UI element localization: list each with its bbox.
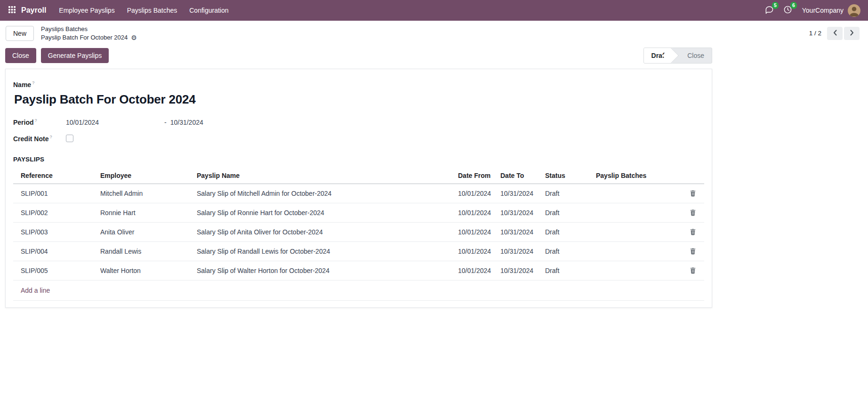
column-header-status[interactable]: Status: [540, 168, 591, 184]
cell-status[interactable]: Draft: [540, 241, 591, 261]
column-header-date-from[interactable]: Date From: [453, 168, 496, 184]
cell-employee[interactable]: Randall Lewis: [96, 241, 192, 261]
period-to-input[interactable]: 10/31/2024: [170, 119, 203, 126]
credit-note-field-row: Credit Note?: [13, 135, 704, 143]
period-separator: -: [164, 119, 167, 126]
menu-employee-payslips[interactable]: Employee Payslips: [53, 1, 121, 20]
menu-configuration[interactable]: Configuration: [183, 1, 234, 20]
activities-menu-button[interactable]: 6: [779, 2, 796, 18]
cell-status[interactable]: Draft: [540, 184, 591, 203]
table-row[interactable]: SLIP/003 Anita Oliver Salary Slip of Ani…: [13, 222, 704, 241]
delete-row-button[interactable]: [688, 266, 698, 275]
cell-date-from[interactable]: 10/01/2024: [453, 203, 496, 222]
cell-payslip-name[interactable]: Salary Slip of Randall Lewis for October…: [192, 241, 453, 261]
app-menu: Employee Payslips Payslips Batches Confi…: [53, 1, 234, 20]
control-panel: New Payslips Batches Payslip Batch For O…: [0, 21, 868, 45]
cell-reference[interactable]: SLIP/004: [13, 241, 96, 261]
add-a-line-link[interactable]: Add a line: [21, 287, 50, 294]
cell-reference[interactable]: SLIP/001: [13, 184, 96, 203]
cell-payslip-name[interactable]: Salary Slip of Walter Horton for October…: [192, 261, 453, 280]
statusbar: Draft Close: [643, 48, 712, 64]
user-menu[interactable]: YourCompany: [797, 2, 861, 19]
trash-icon: [690, 268, 696, 275]
messages-badge: 5: [772, 2, 779, 9]
cell-status[interactable]: Draft: [540, 222, 591, 241]
cell-reference[interactable]: SLIP/003: [13, 222, 96, 241]
delete-row-button[interactable]: [688, 227, 698, 236]
cell-date-to[interactable]: 10/31/2024: [496, 241, 540, 261]
chevron-right-icon: [850, 30, 854, 37]
cell-status[interactable]: Draft: [540, 261, 591, 280]
table-row[interactable]: SLIP/001 Mitchell Admin Salary Slip of M…: [13, 184, 704, 203]
activities-badge: 6: [790, 2, 797, 9]
cell-employee[interactable]: Mitchell Admin: [96, 184, 192, 203]
breadcrumb: Payslips Batches Payslip Batch For Octob…: [41, 25, 137, 41]
column-header-reference[interactable]: Reference: [13, 168, 96, 184]
cell-date-from[interactable]: 10/01/2024: [453, 184, 496, 203]
table-row[interactable]: SLIP/002 Ronnie Hart Salary Slip of Ronn…: [13, 203, 704, 222]
delete-row-button[interactable]: [688, 247, 698, 256]
cell-date-to[interactable]: 10/31/2024: [496, 203, 540, 222]
actions-gear-icon[interactable]: ⚙: [131, 34, 137, 41]
credit-note-field-label: Credit Note?: [13, 135, 66, 143]
cell-payslip-batches[interactable]: [591, 184, 682, 203]
breadcrumb-parent[interactable]: Payslips Batches: [41, 25, 137, 32]
table-row[interactable]: SLIP/004 Randall Lewis Salary Slip of Ra…: [13, 241, 704, 261]
cell-employee[interactable]: Ronnie Hart: [96, 203, 192, 222]
new-button[interactable]: New: [6, 26, 34, 41]
add-line-row: Add a line: [13, 280, 704, 300]
cell-payslip-batches[interactable]: [591, 203, 682, 222]
cell-payslip-name[interactable]: Salary Slip of Ronnie Hart for October-2…: [192, 203, 453, 222]
apps-menu-button[interactable]: [4, 2, 20, 18]
cell-payslip-batches[interactable]: [591, 241, 682, 261]
pager-value[interactable]: 1 / 2: [809, 30, 821, 37]
column-header-date-to[interactable]: Date To: [496, 168, 540, 184]
company-name: YourCompany: [802, 7, 844, 14]
cell-payslip-name[interactable]: Salary Slip of Anita Oliver for October-…: [192, 222, 453, 241]
cell-date-from[interactable]: 10/01/2024: [453, 241, 496, 261]
cell-payslip-name[interactable]: Salary Slip of Mitchell Admin for Octobe…: [192, 184, 453, 203]
pager-next-button[interactable]: [844, 27, 860, 40]
cell-date-to[interactable]: 10/31/2024: [496, 184, 540, 203]
form-sheet: Name? Payslip Batch For October 2024 Per…: [5, 69, 712, 308]
name-field-label: Name?: [13, 80, 704, 89]
app-name[interactable]: Payroll: [20, 6, 53, 15]
table-row[interactable]: SLIP/005 Walter Horton Salary Slip of Wa…: [13, 261, 704, 280]
messages-menu-button[interactable]: 5: [761, 2, 778, 18]
status-step-close[interactable]: Close: [680, 48, 712, 63]
column-header-payslip-batches[interactable]: Payslip Batches: [591, 168, 682, 184]
delete-row-button[interactable]: [688, 189, 698, 198]
apps-grid-icon: [8, 6, 16, 15]
chevron-left-icon: [833, 30, 837, 37]
batch-name-input[interactable]: Payslip Batch For October 2024: [14, 92, 704, 107]
credit-note-checkbox[interactable]: [66, 135, 73, 142]
status-step-draft[interactable]: Draft: [644, 48, 673, 63]
cell-employee[interactable]: Walter Horton: [96, 261, 192, 280]
cell-date-to[interactable]: 10/31/2024: [496, 222, 540, 241]
cell-payslip-batches[interactable]: [591, 261, 682, 280]
column-header-employee[interactable]: Employee: [96, 168, 192, 184]
form-view: Close Generate Payslips Draft Close Name…: [5, 48, 712, 308]
cell-reference[interactable]: SLIP/005: [13, 261, 96, 280]
user-avatar: [848, 4, 860, 17]
delete-row-button[interactable]: [688, 208, 698, 217]
payslips-table: Reference Employee Payslip Name Date Fro…: [13, 168, 704, 301]
pager-previous-button[interactable]: [827, 27, 843, 40]
menu-payslips-batches[interactable]: Payslips Batches: [121, 1, 184, 20]
cell-date-from[interactable]: 10/01/2024: [453, 261, 496, 280]
top-navbar: Payroll Employee Payslips Payslips Batch…: [0, 0, 868, 21]
cell-employee[interactable]: Anita Oliver: [96, 222, 192, 241]
cell-reference[interactable]: SLIP/002: [13, 203, 96, 222]
period-from-input[interactable]: 10/01/2024: [66, 119, 164, 126]
help-marker: ?: [32, 80, 34, 85]
column-header-payslip-name[interactable]: Payslip Name: [192, 168, 453, 184]
cell-status[interactable]: Draft: [540, 203, 591, 222]
trash-icon: [690, 210, 696, 217]
trash-icon: [690, 249, 696, 256]
cell-date-from[interactable]: 10/01/2024: [453, 222, 496, 241]
generate-payslips-button[interactable]: Generate Payslips: [41, 48, 109, 63]
close-button[interactable]: Close: [5, 48, 36, 63]
cell-payslip-batches[interactable]: [591, 222, 682, 241]
cell-date-to[interactable]: 10/31/2024: [496, 261, 540, 280]
help-marker: ?: [49, 135, 52, 139]
